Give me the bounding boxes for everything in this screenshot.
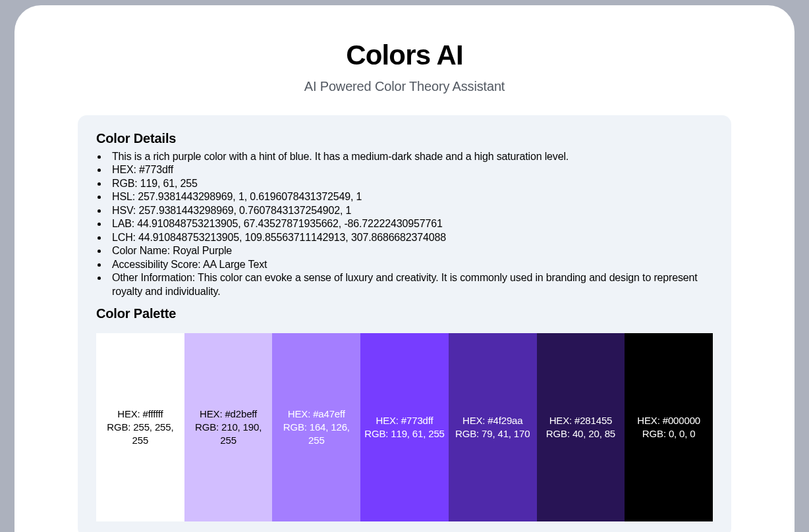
swatch-hex-label: HEX: #ffffff [117,408,163,421]
color-details-item: LCH: 44.910848753213905, 109.85563711142… [108,231,713,244]
swatch-rgb-label: RGB: 210, 190, 255 [188,421,269,448]
color-details-item: Color Name: Royal Purple [108,244,713,257]
color-palette-heading: Color Palette [96,306,713,321]
swatch-rgb-label: RGB: 40, 20, 85 [546,427,615,440]
palette-swatch[interactable]: HEX: #000000RGB: 0, 0, 0 [625,333,713,521]
color-details-item: LAB: 44.910848753213905, 67.435278719356… [108,217,713,230]
swatch-rgb-label: RGB: 0, 0, 0 [642,427,696,440]
color-details-item: RGB: 119, 61, 255 [108,177,713,190]
color-details-item: HSV: 257.9381443298969, 0.76078431372549… [108,204,713,217]
swatch-rgb-label: RGB: 119, 61, 255 [364,427,445,440]
palette-swatch[interactable]: HEX: #281455RGB: 40, 20, 85 [537,333,625,521]
color-details-item: Accessibility Score: AA Large Text [108,258,713,271]
palette-swatch[interactable]: HEX: #773dffRGB: 119, 61, 255 [360,333,449,521]
swatch-rgb-label: RGB: 79, 41, 170 [455,427,530,440]
color-details-heading: Color Details [96,131,713,146]
palette-swatch[interactable]: HEX: #ffffffRGB: 255, 255, 255 [96,333,184,521]
swatch-hex-label: HEX: #a47eff [288,408,345,421]
color-details-item: HEX: #773dff [108,163,713,176]
color-details-item: Other Information: This color can evoke … [108,271,713,298]
color-details-item: HSL: 257.9381443298969, 1, 0.61960784313… [108,190,713,203]
swatch-hex-label: HEX: #000000 [637,414,700,427]
swatch-hex-label: HEX: #281455 [549,414,613,427]
palette-swatch[interactable]: HEX: #d2beffRGB: 210, 190, 255 [184,333,273,521]
color-details-list: This is a rich purple color with a hint … [96,150,713,298]
swatch-rgb-label: RGB: 255, 255, 255 [100,421,181,448]
palette-swatch[interactable]: HEX: #a47effRGB: 164, 126, 255 [272,333,360,521]
color-details-item: This is a rich purple color with a hint … [108,150,713,163]
palette-swatch[interactable]: HEX: #4f29aaRGB: 79, 41, 170 [449,333,537,521]
app-card: Colors AI AI Powered Color Theory Assist… [14,5,795,532]
swatch-rgb-label: RGB: 164, 126, 255 [276,421,356,448]
swatch-hex-label: HEX: #4f29aa [462,414,522,427]
swatch-hex-label: HEX: #773dff [376,414,433,427]
color-palette-row: HEX: #ffffffRGB: 255, 255, 255HEX: #d2be… [78,333,731,521]
swatch-hex-label: HEX: #d2beff [200,408,257,421]
color-panel: Color Details This is a rich purple colo… [78,115,731,532]
page-title: Colors AI [78,40,731,71]
page-subtitle: AI Powered Color Theory Assistant [78,79,731,94]
